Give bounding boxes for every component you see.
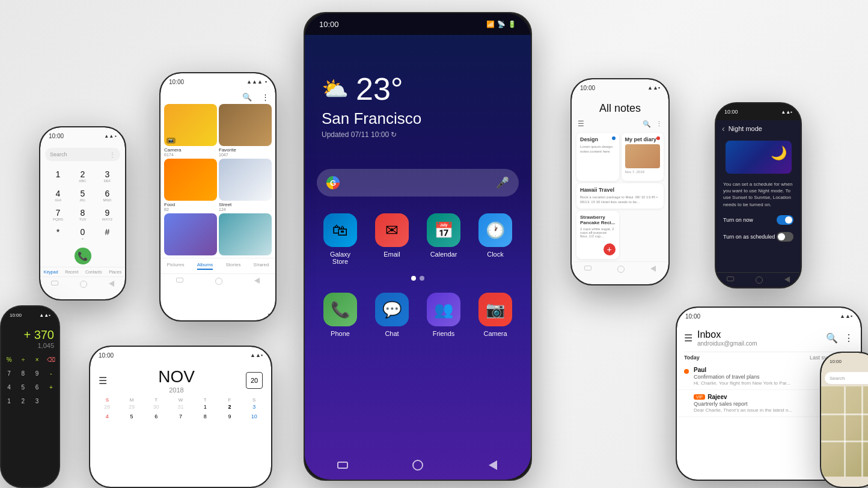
- app-calendar[interactable]: 📅 Calendar: [427, 213, 460, 265]
- cal-day-29[interactable]: 29: [120, 403, 144, 411]
- calc-7[interactable]: 7: [2, 367, 16, 380]
- map-search-bar[interactable]: Search: [825, 372, 868, 384]
- key-1[interactable]: 1: [46, 167, 70, 185]
- dialer-search[interactable]: Search ⋮: [45, 148, 120, 161]
- calc-1[interactable]: 1: [2, 394, 16, 407]
- cal-day-31[interactable]: 31: [168, 403, 193, 411]
- calc-multiply[interactable]: ×: [31, 353, 44, 366]
- gallery-tab-pictures[interactable]: Pictures: [167, 262, 185, 270]
- key-2[interactable]: 2ABC: [71, 167, 94, 185]
- key-4[interactable]: 4GHI: [46, 186, 70, 204]
- note-strawberry[interactable]: StrawberryPancake Reci... 2 cups white s…: [576, 211, 619, 259]
- calendar-menu-icon[interactable]: ☰: [99, 375, 107, 386]
- email-menu-icon[interactable]: ☰: [684, 332, 692, 344]
- cal-day-9[interactable]: 9: [218, 412, 242, 421]
- key-6[interactable]: 6MNO: [96, 186, 119, 204]
- gallery-camera-album[interactable]: 📷 Camera 6174: [164, 104, 217, 157]
- dialer-more-icon[interactable]: ⋮: [109, 151, 115, 158]
- app-chat[interactable]: 💬 Chat: [375, 293, 409, 337]
- calc-8[interactable]: 8: [16, 367, 29, 380]
- calc-plus[interactable]: +: [44, 380, 58, 394]
- key-hash[interactable]: #: [96, 225, 119, 243]
- email-search-icon[interactable]: 🔍: [826, 332, 838, 344]
- notes-nav-back[interactable]: [584, 266, 591, 270]
- night-nav-recents[interactable]: [784, 276, 790, 282]
- nav-home-btn[interactable]: [411, 458, 425, 472]
- dialer-nav-home[interactable]: [80, 281, 87, 288]
- calc-minus[interactable]: -: [44, 367, 58, 380]
- note-hawaii[interactable]: Hawaii Travel Book a vacation package to…: [576, 183, 664, 209]
- gallery-tab-shared[interactable]: Shared: [254, 262, 269, 270]
- calc-divide[interactable]: ÷: [16, 353, 29, 366]
- calendar-day-badge[interactable]: 20: [246, 372, 263, 389]
- app-clock[interactable]: 🕐 Clock: [478, 213, 512, 265]
- nav-back-btn[interactable]: [335, 458, 350, 472]
- toggle-now-switch[interactable]: [777, 215, 793, 225]
- gallery-nav-back[interactable]: [176, 278, 183, 282]
- app-email[interactable]: ✉ Email: [375, 213, 409, 265]
- email-more-icon[interactable]: ⋮: [844, 332, 854, 344]
- cal-day-4[interactable]: 4: [95, 412, 120, 421]
- app-camera-app[interactable]: 📷 Camera: [478, 293, 512, 337]
- gallery-nav-home[interactable]: [215, 278, 222, 285]
- tab-places[interactable]: Places: [109, 270, 121, 274]
- key-7[interactable]: 7PQRS: [46, 206, 70, 224]
- cal-day-1[interactable]: 1: [193, 403, 218, 411]
- tab-recent[interactable]: Recent: [65, 270, 78, 274]
- toggle-scheduled-switch[interactable]: [777, 232, 793, 242]
- calc-6[interactable]: 6: [31, 380, 44, 394]
- cal-day-10[interactable]: 10: [242, 412, 266, 421]
- tab-contacts[interactable]: Contacts: [85, 270, 102, 274]
- notes-menu-icon[interactable]: ☰: [578, 120, 584, 128]
- app-galaxy-store[interactable]: 🛍 GalaxyStore: [323, 213, 357, 265]
- notes-search-icon[interactable]: 🔍: [643, 120, 651, 128]
- calc-delete[interactable]: ⌫: [44, 353, 58, 366]
- gallery-search-icon[interactable]: 🔍: [242, 93, 252, 102]
- key-9[interactable]: 9WXYZ: [96, 206, 119, 224]
- app-phone[interactable]: 📞 Phone: [323, 293, 357, 337]
- calc-9[interactable]: 9: [31, 367, 44, 380]
- gallery-more-icon[interactable]: ⋮: [261, 93, 269, 102]
- cal-day-3[interactable]: 3: [242, 403, 266, 411]
- calc-4[interactable]: 4: [2, 380, 16, 394]
- dialer-nav-back[interactable]: [51, 281, 58, 285]
- notes-nav-home[interactable]: [617, 266, 625, 273]
- cal-day-6[interactable]: 6: [144, 412, 168, 421]
- cal-day-2[interactable]: 2: [218, 403, 242, 411]
- calc-5[interactable]: 5: [16, 380, 29, 394]
- cal-day-28[interactable]: 28: [95, 403, 120, 411]
- dialer-nav-recents[interactable]: [109, 281, 114, 287]
- note-add-button[interactable]: +: [604, 243, 616, 255]
- note-design[interactable]: Design Lorem ipsum design notes content …: [576, 133, 619, 181]
- key-5[interactable]: 5JKL: [71, 186, 94, 204]
- tab-keypad[interactable]: Keypad: [44, 270, 58, 274]
- cal-day-8[interactable]: 8: [193, 412, 218, 421]
- google-search-bar[interactable]: 🎤: [317, 169, 519, 197]
- night-nav-back[interactable]: [727, 276, 734, 281]
- call-button[interactable]: 📞: [75, 248, 91, 264]
- calc-percent[interactable]: %: [2, 353, 16, 366]
- nav-recents-btn[interactable]: [486, 458, 500, 472]
- calc-2[interactable]: 2: [16, 394, 29, 407]
- note-pet-diary[interactable]: My pet diary Nov 7, 2018: [622, 133, 664, 181]
- cal-day-30[interactable]: 30: [144, 403, 168, 411]
- gallery-favorite-album[interactable]: ♥ Favorite 1047: [219, 104, 272, 157]
- key-star[interactable]: *: [46, 225, 70, 243]
- cal-day-7[interactable]: 7: [168, 412, 193, 421]
- key-3[interactable]: 3DEF: [96, 167, 119, 185]
- key-0[interactable]: 0+: [71, 225, 94, 243]
- gallery-tab-albums[interactable]: Albums: [197, 262, 213, 270]
- notes-more-icon[interactable]: ⋮: [656, 120, 662, 128]
- notes-nav-recents[interactable]: [650, 266, 656, 272]
- gallery-street-album[interactable]: Street 124: [219, 159, 272, 212]
- key-8[interactable]: 8TUV: [71, 206, 94, 224]
- gallery-people-album[interactable]: [164, 213, 217, 255]
- cal-day-5[interactable]: 5: [120, 412, 144, 421]
- gallery-food-album[interactable]: Food 82: [164, 159, 217, 212]
- gallery-mountains-album[interactable]: [219, 213, 272, 255]
- app-friends[interactable]: 👥 Friends: [427, 293, 460, 337]
- gallery-tab-stories[interactable]: Stories: [226, 262, 241, 270]
- gallery-nav-recents[interactable]: [254, 278, 260, 284]
- night-nav-home[interactable]: [756, 276, 763, 284]
- calc-3[interactable]: 3: [31, 394, 44, 407]
